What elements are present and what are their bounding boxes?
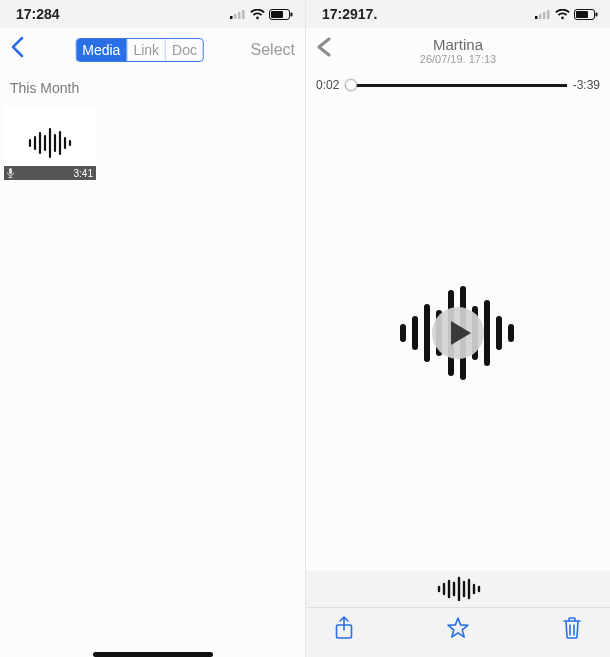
svg-rect-17 [535, 16, 538, 19]
wifi-icon [250, 9, 265, 20]
waveform-icon [435, 576, 481, 602]
duration-label: 3:41 [74, 168, 93, 179]
star-icon [446, 616, 470, 640]
elapsed-time: 0:02 [316, 78, 339, 92]
contact-name: Martina [306, 36, 610, 53]
section-header: This Month [0, 72, 305, 100]
progress-slider[interactable] [345, 76, 566, 94]
status-time: 17:284 [16, 6, 60, 22]
svg-rect-1 [234, 14, 237, 19]
svg-rect-16 [9, 168, 12, 174]
timestamp-label: 26/07/19. 17:13 [306, 53, 610, 65]
signal-icon [230, 9, 246, 19]
svg-rect-6 [291, 12, 293, 16]
wifi-icon [555, 9, 570, 20]
favorite-button[interactable] [446, 616, 470, 644]
tab-doc[interactable]: Doc [165, 39, 203, 61]
nav-bar: Media Link Doc Select [0, 28, 305, 72]
status-time: 17:2917. [322, 6, 377, 22]
nav-bar: Martina 26/07/19. 17:13 [306, 28, 610, 72]
svg-rect-23 [596, 12, 598, 16]
trash-icon [562, 616, 582, 640]
mic-icon [7, 168, 14, 178]
remaining-time: -3:39 [573, 78, 600, 92]
nav-title-block: Martina 26/07/19. 17:13 [306, 36, 610, 65]
status-bar: 17:2917. [306, 0, 610, 28]
media-gallery-screen: 17:284 Media Link Doc Select This Month [0, 0, 305, 657]
home-indicator[interactable] [93, 652, 213, 657]
svg-rect-22 [576, 11, 588, 18]
svg-rect-5 [271, 11, 283, 18]
status-bar: 17:284 [0, 0, 305, 28]
audio-player-screen: 17:2917. Martina 26/07/19. 17:13 0:02 -3… [305, 0, 610, 657]
tab-media[interactable]: Media [76, 39, 126, 61]
battery-icon [269, 9, 293, 20]
playback-bar: 0:02 -3:39 [306, 72, 610, 94]
select-button[interactable]: Select [251, 41, 295, 59]
waveform-icon [25, 126, 75, 160]
delete-button[interactable] [562, 616, 582, 644]
toolbar-header [306, 571, 610, 607]
player-canvas [306, 94, 610, 571]
back-button[interactable] [10, 36, 34, 64]
share-icon [334, 616, 354, 640]
svg-rect-19 [543, 12, 546, 19]
svg-rect-20 [547, 10, 550, 19]
media-type-tabs: Media Link Doc [75, 38, 204, 62]
status-icons [535, 9, 598, 20]
svg-rect-18 [539, 14, 542, 19]
audio-thumbnail[interactable]: 3:41 [4, 106, 96, 180]
svg-rect-2 [238, 12, 241, 19]
svg-rect-3 [242, 10, 245, 19]
status-icons [230, 9, 293, 20]
tab-link[interactable]: Link [126, 39, 165, 61]
media-grid: 3:41 [0, 100, 305, 186]
battery-icon [574, 9, 598, 20]
play-button[interactable] [432, 307, 484, 359]
share-button[interactable] [334, 616, 354, 644]
slider-knob[interactable] [345, 79, 357, 91]
signal-icon [535, 9, 551, 19]
back-button[interactable] [316, 37, 340, 63]
bottom-toolbar [306, 607, 610, 657]
thumbnail-footer: 3:41 [4, 166, 96, 180]
play-icon [451, 321, 471, 345]
svg-rect-0 [230, 16, 233, 19]
